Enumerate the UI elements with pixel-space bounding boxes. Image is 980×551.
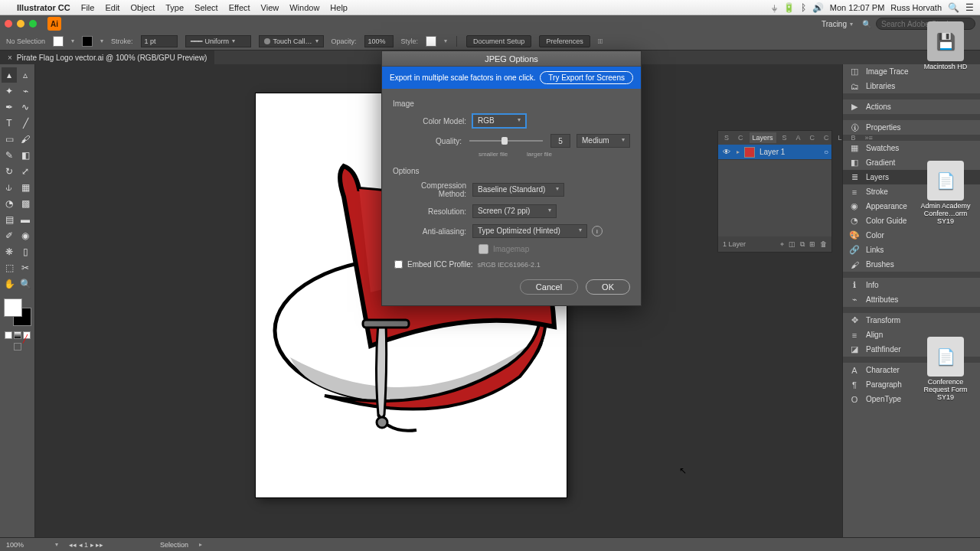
column-graph-tool[interactable]: ▯	[18, 244, 33, 259]
scale-tool[interactable]: ⤢	[18, 164, 33, 179]
type-tool[interactable]: T	[2, 116, 17, 131]
shaper-tool[interactable]: ✎	[2, 148, 17, 163]
layer-target-icon[interactable]: ○	[824, 148, 828, 156]
layers-tab-layers[interactable]: Layers	[750, 132, 776, 143]
desktop-doc2-icon[interactable]: 📄 Conference Request Form SY19	[917, 337, 974, 401]
layer-visibility-icon[interactable]: 👁	[721, 148, 732, 156]
artboard-nav[interactable]: ◂◂ ◂ 1 ▸ ▸▸	[69, 541, 103, 549]
eraser-tool[interactable]: ◧	[18, 148, 33, 163]
layers-tab-a[interactable]: A	[793, 132, 804, 143]
quality-slider[interactable]	[469, 140, 543, 142]
menu-select[interactable]: Select	[194, 3, 218, 12]
panel-color[interactable]: 🎨Color	[843, 228, 980, 243]
new-layer-icon[interactable]: ⊞	[809, 240, 815, 249]
menu-object[interactable]: Object	[130, 3, 155, 12]
window-close[interactable]	[5, 20, 12, 28]
quality-preset-dropdown[interactable]: Medium ▾	[577, 134, 630, 148]
blend-tool[interactable]: ◉	[18, 228, 33, 243]
pen-tool[interactable]: ✒	[2, 99, 17, 115]
cancel-button[interactable]: Cancel	[520, 279, 578, 295]
notification-center-icon[interactable]: ☰	[965, 2, 974, 13]
panel-brushes[interactable]: 🖌Brushes	[843, 257, 980, 272]
selection-tool[interactable]: ▴	[2, 67, 17, 83]
status-menu-icon[interactable]: ▸	[199, 541, 202, 548]
quality-input[interactable]	[550, 134, 570, 148]
new-sublayer-icon[interactable]: ⧉	[800, 240, 805, 249]
ok-button[interactable]: OK	[586, 279, 630, 295]
zoom-tool[interactable]: 🔍	[18, 276, 33, 292]
rectangle-tool[interactable]: ▭	[2, 132, 17, 147]
menubar-user[interactable]: Russ Horvath	[890, 3, 942, 12]
layers-tab-c3[interactable]: C	[821, 132, 832, 143]
spotlight-icon[interactable]: 🔍	[948, 2, 959, 13]
layers-tab-l[interactable]: L	[835, 132, 845, 143]
panel-libraries[interactable]: 🗂Libraries	[843, 79, 980, 93]
hand-tool[interactable]: ✋	[2, 276, 17, 292]
brush-definition-dropdown[interactable]: Touch Call… ▾	[259, 35, 324, 47]
direct-selection-tool[interactable]: ▵	[18, 67, 33, 83]
layers-tab-s1[interactable]: S	[721, 132, 732, 143]
window-minimize[interactable]	[17, 20, 24, 28]
line-tool[interactable]: ╱	[18, 116, 33, 131]
layers-tab-b[interactable]: B	[848, 132, 859, 143]
panel-attributes[interactable]: ⌁Attributes	[843, 292, 980, 307]
layers-tab-c1[interactable]: C	[735, 132, 746, 143]
preferences-button[interactable]: Preferences	[539, 35, 590, 47]
layer-name[interactable]: Layer 1	[760, 148, 785, 156]
make-clipping-mask-icon[interactable]: ◫	[789, 240, 795, 249]
screen-mode[interactable]	[14, 343, 21, 350]
shape-builder-tool[interactable]: ◔	[2, 196, 17, 211]
menu-help[interactable]: Help	[330, 3, 348, 12]
slice-tool[interactable]: ✂	[18, 260, 33, 276]
layers-tab-c2[interactable]: C	[807, 132, 818, 143]
menu-effect[interactable]: Effect	[229, 3, 250, 12]
graphic-style-swatch[interactable]	[426, 36, 436, 47]
color-mode[interactable]	[5, 331, 12, 339]
rotate-tool[interactable]: ↻	[2, 164, 17, 179]
opacity-input[interactable]	[364, 35, 394, 47]
layers-panel-menu-icon[interactable]: »≡	[862, 132, 876, 143]
lasso-tool[interactable]: ⌁	[18, 83, 33, 99]
gradient-mode[interactable]	[14, 331, 21, 339]
menu-view[interactable]: View	[261, 3, 279, 12]
document-setup-button[interactable]: Document Setup	[466, 35, 531, 47]
battery-icon[interactable]: 🔋	[783, 2, 795, 13]
eyedropper-tool[interactable]: ✐	[2, 228, 17, 243]
layer-row[interactable]: 👁 ▸ Layer 1 ○	[718, 145, 831, 160]
magic-wand-tool[interactable]: ✦	[2, 83, 17, 99]
menu-window[interactable]: Window	[289, 3, 319, 12]
fill-stroke-swatch[interactable]	[4, 298, 31, 326]
document-tab[interactable]: × Pirate Flag Logo vector.ai @ 100% (RGB…	[0, 51, 214, 64]
fill-swatch[interactable]	[53, 36, 64, 47]
compression-dropdown[interactable]: Baseline (Standard) ▾	[472, 183, 564, 197]
align-icon[interactable]: ⎯҈	[598, 37, 603, 45]
window-zoom[interactable]	[29, 20, 37, 28]
bluetooth-icon[interactable]: ᛒ	[801, 2, 806, 13]
color-model-dropdown[interactable]: RGB ▾	[472, 114, 526, 128]
app-menu[interactable]: Illustrator CC	[17, 3, 70, 12]
embed-icc-checkbox[interactable]	[394, 260, 403, 269]
desktop-doc1-icon[interactable]: 📄 Admin Academy Confere…orm SY19	[917, 161, 974, 225]
resolution-dropdown[interactable]: Screen (72 ppi) ▾	[472, 204, 557, 218]
artboard-tool[interactable]: ⬚	[2, 260, 17, 276]
layer-expand-icon[interactable]: ▸	[737, 148, 740, 155]
locate-object-icon[interactable]: ⌖	[780, 240, 784, 249]
layers-tab-s2[interactable]: S	[779, 132, 790, 143]
antialiasing-info-icon[interactable]: i	[592, 226, 603, 236]
delete-layer-icon[interactable]: 🗑	[820, 240, 827, 249]
wifi-icon[interactable]: ⏚	[772, 2, 777, 13]
panel-info[interactable]: ℹInfo	[843, 278, 980, 292]
antialiasing-dropdown[interactable]: Type Optimized (Hinted) ▾	[472, 224, 587, 238]
gradient-tool[interactable]: ▬	[18, 212, 33, 227]
try-export-for-screens-button[interactable]: Try Export for Screens	[540, 71, 633, 84]
perspective-grid-tool[interactable]: ▩	[18, 196, 33, 211]
symbol-sprayer-tool[interactable]: ❋	[2, 244, 17, 259]
workspace-switcher[interactable]: Tracing ▾	[817, 18, 858, 30]
stroke-profile-dropdown[interactable]: ━━━ Uniform ▾	[185, 35, 251, 47]
desktop-hd-icon[interactable]: 💾 Macintosh HD	[917, 21, 974, 70]
stroke-swatch[interactable]	[82, 36, 93, 47]
panel-links[interactable]: 🔗Links	[843, 243, 980, 257]
menu-file[interactable]: File	[81, 3, 95, 12]
mesh-tool[interactable]: ▤	[2, 212, 17, 227]
volume-icon[interactable]: 🔊	[812, 2, 824, 13]
